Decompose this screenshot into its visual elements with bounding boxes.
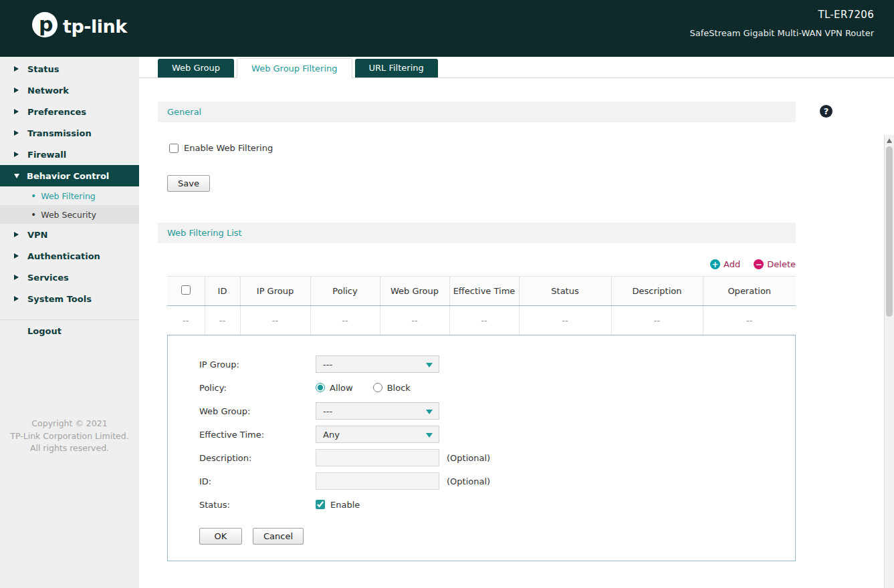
logout-label: Logout [27, 326, 62, 336]
chevron-right-icon [14, 88, 19, 93]
sidebar-item-vpn[interactable]: VPN [0, 224, 139, 245]
main-content: Web Group Web Group Filtering URL Filter… [139, 57, 894, 588]
column-header-operation: Operation [703, 277, 796, 306]
empty-cell: -- [205, 306, 240, 335]
sidebar-item-label: Services [27, 273, 69, 283]
cancel-button[interactable]: Cancel [253, 528, 304, 545]
web-filtering-table: ID IP Group Policy Web Group Effective T… [167, 276, 796, 335]
bullet-icon: • [31, 209, 36, 220]
empty-cell: -- [240, 306, 310, 335]
ip-group-label: IP Group: [199, 359, 316, 370]
sidebar-item-behavior-control[interactable]: Behavior Control [0, 165, 139, 186]
empty-cell: -- [519, 306, 611, 335]
ip-group-select[interactable]: --- [316, 355, 439, 373]
empty-cell: -- [167, 306, 205, 335]
column-header-description: Description [611, 277, 703, 306]
sidebar-subitem-web-security[interactable]: • Web Security [0, 205, 139, 224]
sidebar-item-system-tools[interactable]: System Tools [0, 288, 139, 309]
sidebar-item-services[interactable]: Services [0, 267, 139, 288]
sidebar-subitem-web-filtering[interactable]: • Web Filtering [0, 186, 139, 205]
tab-label: Web Group Filtering [251, 63, 337, 74]
enable-web-filtering-checkbox[interactable] [169, 144, 179, 153]
logout-button[interactable]: Logout [0, 320, 139, 341]
policy-block-radio[interactable]: Block [373, 383, 411, 393]
tp-link-logo[interactable]: p tp-link [32, 12, 127, 40]
chevron-right-icon [14, 253, 19, 259]
empty-cell: -- [310, 306, 380, 335]
chevron-right-icon [14, 109, 19, 114]
chevron-right-icon [14, 130, 19, 136]
enable-web-filtering-label: Enable Web Filtering [184, 143, 273, 153]
sidebar-item-label: Preferences [27, 107, 86, 117]
description-input[interactable] [316, 449, 439, 466]
tab-bar: Web Group Web Group Filtering URL Filter… [139, 57, 894, 78]
tab-web-group-filtering[interactable]: Web Group Filtering [237, 58, 352, 78]
web-group-label: Web Group: [199, 406, 316, 416]
device-tagline: SafeStream Gigabit Multi-WAN VPN Router [690, 28, 874, 38]
chevron-right-icon [14, 66, 19, 71]
effective-time-select[interactable]: Any [316, 426, 439, 443]
sidebar-item-label: Behavior Control [27, 171, 109, 181]
sidebar-item-label: VPN [27, 230, 47, 240]
scrollbar-thumb[interactable] [886, 146, 893, 317]
sidebar: Status Network Preferences Transmission … [0, 57, 139, 588]
sidebar-item-firewall[interactable]: Firewall [0, 144, 139, 165]
table-header-row: ID IP Group Policy Web Group Effective T… [167, 277, 796, 306]
add-plus-icon: + [710, 259, 720, 269]
effective-time-label: Effective Time: [199, 430, 316, 440]
sidebar-subitem-label: Web Filtering [41, 191, 96, 201]
ok-button[interactable]: OK [199, 528, 242, 545]
policy-allow-radio-input[interactable] [316, 383, 325, 392]
id-optional-hint: (Optional) [447, 476, 490, 486]
tab-url-filtering[interactable]: URL Filtering [355, 59, 438, 78]
id-label: ID: [199, 476, 316, 486]
policy-allow-label: Allow [330, 383, 353, 393]
sidebar-item-network[interactable]: Network [0, 80, 139, 101]
save-button[interactable]: Save [167, 175, 210, 192]
scroll-up-arrow-icon[interactable] [887, 138, 892, 143]
empty-cell: -- [449, 306, 519, 335]
logo-wordmark: tp-link [63, 16, 127, 37]
sidebar-item-status[interactable]: Status [0, 58, 139, 80]
policy-block-radio-input[interactable] [373, 383, 382, 392]
policy-allow-radio[interactable]: Allow [316, 383, 353, 393]
chevron-down-icon [426, 433, 433, 438]
top-banner: p tp-link TL-ER7206 SafeStream Gigabit M… [0, 0, 894, 57]
sidebar-item-preferences[interactable]: Preferences [0, 101, 139, 122]
sidebar-item-label: Authentication [27, 251, 100, 261]
chevron-right-icon [14, 152, 19, 157]
sidebar-item-label: Firewall [27, 150, 66, 160]
column-header-effective-time: Effective Time [449, 277, 519, 306]
empty-cell: -- [703, 306, 796, 335]
column-header-status: Status [519, 277, 611, 306]
id-input[interactable] [316, 472, 439, 490]
sidebar-item-authentication[interactable]: Authentication [0, 245, 139, 267]
chevron-down-icon [426, 410, 433, 414]
status-enable-checkbox-group[interactable]: Enable [316, 500, 360, 510]
effective-time-selected-value: Any [323, 430, 340, 440]
tp-link-logo-icon: p [32, 12, 60, 40]
sidebar-item-label: Transmission [27, 128, 92, 138]
description-optional-hint: (Optional) [447, 453, 490, 463]
vertical-scrollbar[interactable] [884, 135, 894, 588]
tab-web-group[interactable]: Web Group [158, 59, 234, 78]
delete-button[interactable]: − Delete [754, 259, 796, 269]
sidebar-item-transmission[interactable]: Transmission [0, 122, 139, 144]
column-header-web-group: Web Group [380, 277, 449, 306]
tab-label: Web Group [172, 63, 220, 73]
column-header-policy: Policy [310, 277, 380, 306]
description-label: Description: [199, 453, 316, 463]
web-group-select[interactable]: --- [316, 402, 439, 420]
entry-form-panel: IP Group: --- Policy: Allow Block [167, 335, 796, 561]
sidebar-item-label: System Tools [27, 294, 92, 304]
sidebar-item-label: Status [27, 64, 60, 74]
status-enable-checkbox[interactable] [316, 500, 325, 509]
add-label: Add [723, 259, 740, 269]
delete-minus-icon: − [754, 259, 764, 269]
add-button[interactable]: + Add [710, 259, 740, 269]
ip-group-selected-value: --- [323, 359, 332, 370]
sidebar-subitem-label: Web Security [41, 210, 96, 220]
chevron-right-icon [14, 275, 19, 280]
table-row: -- -- -- -- -- -- -- -- -- [167, 306, 796, 335]
select-all-checkbox[interactable] [181, 285, 191, 295]
